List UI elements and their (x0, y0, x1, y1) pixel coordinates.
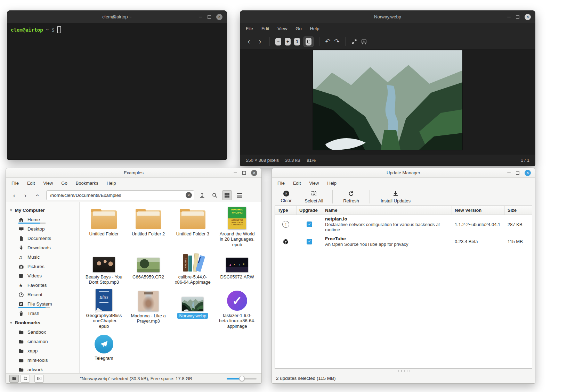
file-item-taskizer-appimage[interactable]: ✓ taskizer-1.6.0- beta-linux-x86-64. app… (215, 287, 259, 329)
terminal-output[interactable]: clem@airtop~$ (7, 23, 227, 159)
column-name[interactable]: Name (322, 206, 452, 215)
fullscreen-button[interactable] (351, 39, 357, 45)
sidebar-item-music[interactable]: ♫ Music (6, 252, 79, 262)
menu-view[interactable]: View (277, 26, 287, 31)
menu-file[interactable]: File (246, 26, 253, 31)
close-button[interactable]: × (251, 170, 257, 176)
upgrade-checkbox[interactable]: ✓ (307, 222, 312, 227)
menu-bookmarks[interactable]: Bookmarks (76, 181, 98, 186)
updates-titlebar[interactable]: Update Manager × (272, 168, 535, 178)
file-item-madonna-mp3[interactable]: Madonna - Like a Prayer.mp3 (126, 287, 171, 329)
pane-resize-handle[interactable] (272, 369, 535, 373)
menu-edit[interactable]: Edit (293, 181, 301, 186)
menu-help[interactable]: Help (310, 26, 319, 31)
zoom-in-button[interactable]: + (285, 38, 291, 45)
best-fit-button[interactable] (303, 36, 314, 47)
grid-view-button[interactable] (222, 190, 232, 200)
close-button[interactable]: × (525, 14, 531, 20)
close-button[interactable]: × (216, 14, 222, 20)
file-item-untitled-folder-3[interactable]: Untitled Folder 3 (171, 205, 215, 248)
sidebar-item-videos[interactable]: Videos (6, 271, 79, 281)
close-button[interactable]: × (525, 170, 531, 176)
install-updates-button[interactable]: Install Updates (379, 191, 412, 203)
sidebar-item-home[interactable]: Home (6, 215, 79, 224)
sidebar-item-sandbox[interactable]: Sandbox (6, 327, 79, 337)
menu-view[interactable]: View (309, 181, 319, 186)
sidebar-item-documents[interactable]: Documents (6, 234, 79, 243)
clear-button[interactable]: × Clear (277, 191, 295, 203)
file-item-untitled-folder[interactable]: Untitled Folder (82, 205, 126, 248)
update-row-freetube[interactable]: ✓ FreeTube An Open Source YouTube app fo… (275, 234, 532, 249)
location-input[interactable] (46, 190, 194, 200)
file-item-telegram[interactable]: Telegram (82, 329, 126, 373)
file-item-calibre-appimage[interactable]: CALIBRE calibre-5.44.0- x86-64.AppImage (171, 248, 215, 287)
file-item-c66a5959-cr2[interactable]: C66A5959.CR2 (126, 248, 171, 287)
zoom-slider[interactable] (227, 376, 257, 381)
column-size[interactable]: Size (505, 206, 532, 215)
list-view-button[interactable] (235, 190, 244, 200)
sidebar-item-xapp[interactable]: xapp (6, 346, 79, 356)
viewer-titlebar[interactable]: Norway.webp × (240, 11, 535, 23)
upgrade-checkbox[interactable]: ✓ (307, 239, 312, 244)
maximize-button[interactable] (208, 15, 211, 19)
up-button[interactable]: › (33, 191, 40, 199)
menu-go[interactable]: Go (295, 26, 301, 31)
sidebar-item-recent[interactable]: Recent (6, 290, 79, 299)
back-button[interactable]: ‹ (10, 192, 18, 199)
zoom-normal-button[interactable]: 1 (294, 38, 300, 45)
refresh-button[interactable]: Refresh (342, 191, 361, 203)
menu-file[interactable]: File (11, 181, 19, 186)
minimize-button[interactable] (199, 17, 202, 17)
sidebar-item-mint-tools[interactable]: mint-tools (6, 356, 79, 365)
rotate-right-button[interactable]: ↷ (334, 38, 340, 45)
column-type[interactable]: Type (275, 206, 297, 215)
maximize-button[interactable] (516, 171, 519, 175)
menu-help[interactable]: Help (327, 181, 337, 186)
sidebar-item-downloads[interactable]: Downloads (6, 243, 79, 252)
sidebar-item-favorites[interactable]: ★ Favorites (6, 281, 79, 290)
maximize-button[interactable] (242, 171, 246, 175)
forward-button[interactable]: › (21, 192, 30, 199)
file-item-untitled-folder-2[interactable]: Untitled Folder 2 (126, 205, 171, 248)
previous-image-button[interactable]: ‹ (245, 38, 253, 45)
menu-edit[interactable]: Edit (261, 26, 269, 31)
slider-handle[interactable] (239, 376, 245, 381)
select-all-button[interactable]: Select All (305, 191, 323, 203)
update-row-netplan[interactable]: ↑ ✓ netplan.io Declarative network confi… (275, 215, 532, 234)
sidebar-item-pictures[interactable]: Pictures (6, 262, 79, 271)
sidebar-item-cinnamon[interactable]: cinnamon (6, 337, 79, 346)
rotate-left-button[interactable]: ↶ (325, 38, 331, 45)
clear-location-icon[interactable]: × (186, 192, 192, 198)
slideshow-button[interactable] (361, 39, 367, 45)
sidebar-section-bookmarks[interactable]: ▾ Bookmarks (6, 318, 79, 327)
collapse-arrow-icon[interactable]: ▾ (10, 320, 12, 325)
file-item-dsc05972-arw[interactable]: DSC05972.ARW (215, 248, 259, 287)
menu-go[interactable]: Go (61, 181, 67, 186)
file-item-geography-of-bliss-epub[interactable]: Bliss GeographyofBliss _oneChapter. epub (82, 287, 126, 329)
minimize-button[interactable] (234, 173, 237, 173)
hide-sidebar-button[interactable] (34, 375, 44, 383)
sidebar-item-trash[interactable]: Trash (6, 309, 79, 318)
file-item-around-the-world-epub[interactable]: INFOGRID PACIFIC AROUND THE WORLD IN 28 … (215, 205, 259, 248)
file-item-beasty-boys-mp3[interactable]: Beasty Boys - You Dont Stop.mp3 (82, 248, 126, 287)
column-upgrade[interactable]: Upgrade (297, 206, 322, 215)
sidebar-item-desktop[interactable]: Desktop (6, 224, 79, 234)
files-titlebar[interactable]: Examples × (6, 168, 261, 178)
file-item-norway-webp[interactable]: Norway.webp (171, 287, 215, 329)
menu-view[interactable]: View (43, 181, 53, 186)
toggle-location-entry-button[interactable] (197, 190, 207, 200)
show-treeview-button[interactable] (21, 375, 30, 383)
column-new-version[interactable]: New Version (452, 206, 505, 215)
next-image-button[interactable]: › (256, 38, 264, 45)
show-places-button[interactable] (9, 375, 19, 383)
zoom-out-button[interactable]: − (275, 38, 281, 45)
menu-help[interactable]: Help (107, 181, 116, 186)
minimize-button[interactable] (507, 173, 511, 173)
minimize-button[interactable] (507, 17, 511, 17)
maximize-button[interactable] (516, 15, 519, 19)
menu-edit[interactable]: Edit (27, 181, 35, 186)
terminal-titlebar[interactable]: clem@airtop ~ × (7, 11, 227, 23)
search-button[interactable] (210, 190, 219, 200)
sidebar-section-my-computer[interactable]: ▾ My Computer (6, 206, 79, 215)
collapse-arrow-icon[interactable]: ▾ (10, 208, 12, 212)
